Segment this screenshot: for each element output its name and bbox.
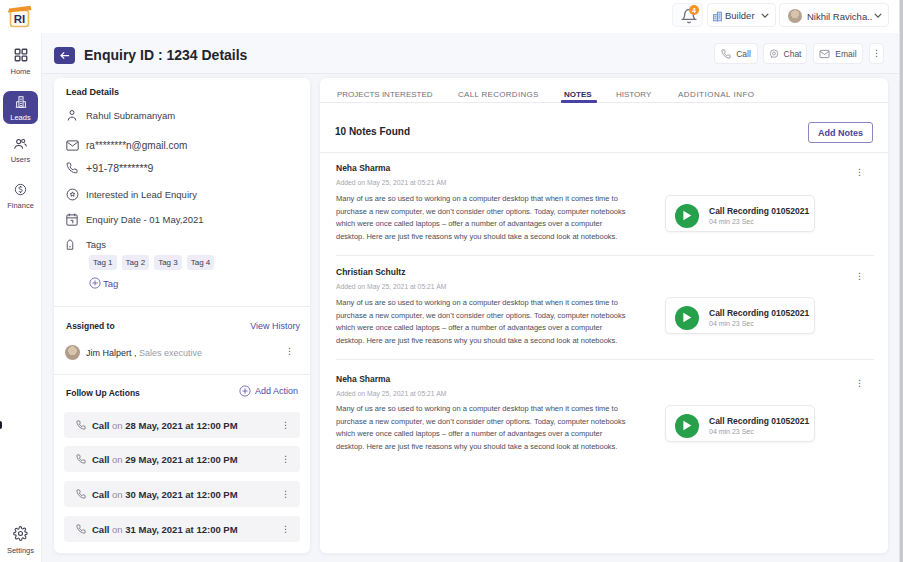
svg-text:RI: RI	[14, 13, 26, 25]
